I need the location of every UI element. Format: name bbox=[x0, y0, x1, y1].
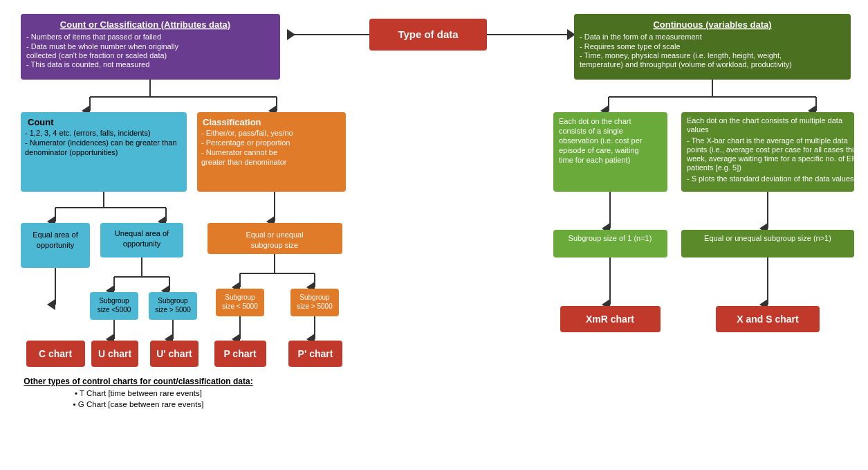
svg-text:- Percentage or proportion: - Percentage or proportion bbox=[201, 138, 290, 147]
svg-text:Subgroup size of 1 (n=1): Subgroup size of 1 (n=1) bbox=[569, 234, 652, 242]
svg-text:- Numbers of items that passed: - Numbers of items that passed or failed bbox=[26, 33, 161, 41]
svg-text:- Data must be whole number wh: - Data must be whole number when origina… bbox=[26, 42, 179, 51]
svg-text:P chart: P chart bbox=[223, 348, 257, 359]
svg-text:- Requires some type of scale: - Requires some type of scale bbox=[580, 42, 681, 51]
svg-text:Count or Classification (Attri: Count or Classification (Attributes data… bbox=[60, 19, 230, 30]
svg-text:points (i.e., average cost per: points (i.e., average cost per case for … bbox=[687, 145, 858, 154]
svg-text:P' chart: P' chart bbox=[298, 348, 333, 359]
svg-text:denominator (opportunities): denominator (opportunities) bbox=[25, 148, 118, 156]
svg-text:Equal area of: Equal area of bbox=[33, 231, 78, 239]
svg-text:opportunity: opportunity bbox=[37, 241, 75, 249]
svg-text:size > 5000: size > 5000 bbox=[297, 302, 333, 310]
svg-text:subgroup size: subgroup size bbox=[251, 241, 299, 249]
svg-text:greater than denominator: greater than denominator bbox=[201, 158, 287, 166]
svg-text:Count: Count bbox=[28, 117, 54, 127]
svg-text:- S plots the standard deviati: - S plots the standard deviation of the … bbox=[687, 174, 854, 183]
svg-text:Subgroup: Subgroup bbox=[158, 297, 188, 305]
svg-text:size <5000: size <5000 bbox=[98, 306, 131, 314]
svg-text:- 1,2, 3, 4 etc. (errors, fall: - 1,2, 3, 4 etc. (errors, falls, inciden… bbox=[25, 129, 151, 137]
svg-text:patients [e.g. 5]): patients [e.g. 5]) bbox=[687, 163, 741, 172]
full-diagram: Type of data Count or Classification (At… bbox=[7, 7, 861, 464]
svg-text:size > 5000: size > 5000 bbox=[155, 306, 191, 314]
svg-text:- The X-bar chart is the avera: - The X-bar chart is the average of mult… bbox=[687, 136, 849, 145]
svg-text:week, average waiting time for: week, average waiting time for a specifi… bbox=[686, 154, 857, 163]
svg-text:Subgroup: Subgroup bbox=[225, 293, 255, 301]
svg-text:XmR chart: XmR chart bbox=[586, 314, 634, 325]
svg-text:- Either/or, pass/fail, yes/no: - Either/or, pass/fail, yes/no bbox=[201, 129, 293, 137]
svg-text:episode of care, waiting: episode of care, waiting bbox=[559, 146, 639, 154]
svg-text:Each dot on the chart consists: Each dot on the chart consists of multip… bbox=[687, 116, 843, 125]
svg-text:Equal or unequal subgroup size: Equal or unequal subgroup size (n>1) bbox=[704, 234, 831, 242]
svg-text:U chart: U chart bbox=[98, 348, 132, 359]
diagram-svg: Type of data Count or Classification (At… bbox=[7, 7, 861, 464]
svg-text:- Data in the form of a measur: - Data in the form of a measurement bbox=[580, 33, 702, 41]
svg-text:Type of data: Type of data bbox=[398, 28, 459, 40]
svg-text:temperature) and throughput (v: temperature) and throughput (volume of w… bbox=[580, 60, 792, 69]
svg-text:X and S chart: X and S chart bbox=[737, 314, 799, 325]
svg-text:Classification: Classification bbox=[203, 117, 261, 127]
svg-text:Each dot on the chart: Each dot on the chart bbox=[559, 117, 631, 125]
svg-text:- Time, money, physical measur: - Time, money, physical measure (i.e. le… bbox=[580, 51, 782, 60]
svg-text:Other types of control charts : Other types of control charts for count/… bbox=[24, 377, 252, 386]
svg-text:collected (can't be fraction o: collected (can't be fraction or scaled d… bbox=[26, 51, 167, 60]
svg-text:• T Chart [time between rare e: • T Chart [time between rare events] bbox=[75, 389, 202, 397]
svg-text:values: values bbox=[687, 125, 709, 134]
svg-text:- This data is counted, not me: - This data is counted, not measured bbox=[26, 60, 149, 69]
svg-text:time for each patient): time for each patient) bbox=[559, 156, 630, 164]
svg-text:• G Chart [case between rare e: • G Chart [case between rare events] bbox=[73, 400, 204, 408]
svg-text:- Numerator (incidences) can b: - Numerator (incidences) can be greater … bbox=[25, 138, 177, 147]
svg-text:observation (i.e. cost per: observation (i.e. cost per bbox=[559, 136, 643, 145]
svg-text:Equal or unequal: Equal or unequal bbox=[246, 231, 303, 239]
svg-text:consists of a single: consists of a single bbox=[559, 127, 623, 135]
svg-text:- Numerator cannot be: - Numerator cannot be bbox=[201, 148, 277, 156]
svg-text:Continuous (variables data): Continuous (variables data) bbox=[653, 19, 771, 30]
svg-text:Subgroup: Subgroup bbox=[299, 293, 330, 301]
svg-text:C chart: C chart bbox=[39, 348, 73, 359]
svg-text:Unequal area of: Unequal area of bbox=[115, 229, 169, 237]
svg-text:opportunity: opportunity bbox=[123, 239, 161, 248]
svg-text:size < 5000: size < 5000 bbox=[222, 302, 258, 310]
svg-text:U' chart: U' chart bbox=[156, 348, 192, 359]
svg-text:Subgroup: Subgroup bbox=[99, 297, 129, 305]
